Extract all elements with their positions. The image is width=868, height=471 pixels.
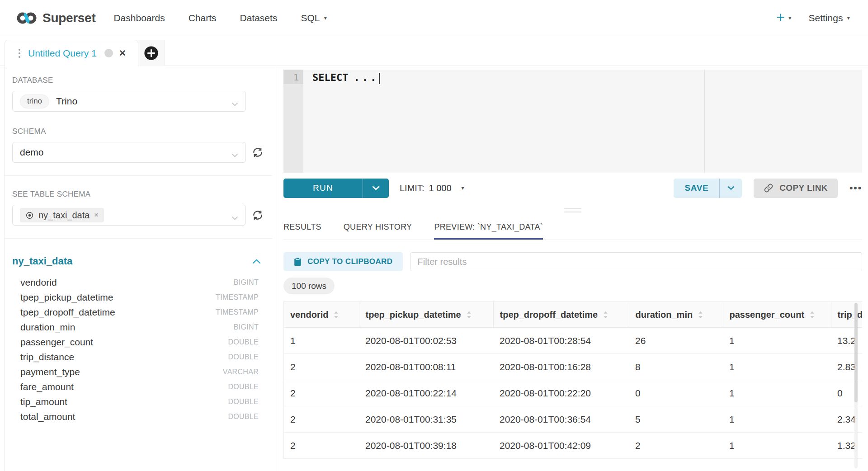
col-header-passenger-count[interactable]: passenger_count: [723, 302, 831, 328]
save-options-button[interactable]: [719, 179, 742, 198]
database-select[interactable]: trino Trino: [12, 91, 246, 112]
copy-link-label: COPY LINK: [779, 183, 828, 193]
toolbar-right: SAVE COPY LINK •••: [674, 179, 862, 198]
query-tab-label: Untitled Query 1: [28, 48, 97, 59]
cell: 2020-08-01T00:22:20: [493, 380, 629, 406]
tab-preview-ny-taxi-data[interactable]: PREVIEW: `NY_TAXI_DATA`: [434, 222, 543, 240]
query-tab-active[interactable]: Untitled Query 1 ✕: [5, 40, 138, 66]
chevron-down-icon: [727, 186, 735, 190]
col-header-tpep-pickup-datetime[interactable]: tpep_pickup_datetime: [359, 302, 493, 328]
divider: [5, 238, 272, 239]
column-name: trip_distance: [20, 352, 74, 363]
run-button[interactable]: RUN: [283, 179, 389, 198]
cell: 1: [723, 380, 831, 406]
refresh-schemas-icon[interactable]: [252, 146, 264, 158]
more-actions-button[interactable]: •••: [849, 183, 862, 193]
tab-query-history[interactable]: QUERY HISTORY: [344, 222, 412, 240]
table-panel-title[interactable]: ny_taxi_data: [12, 255, 72, 267]
chevron-down-icon: [231, 214, 238, 222]
scrollbar-thumb[interactable]: [854, 303, 858, 402]
column-type: TIMESTAMP: [216, 293, 259, 301]
table-row: 2 2020-08-01T00:22:14 2020-08-01T00:22:2…: [284, 380, 862, 406]
nav-sql[interactable]: SQL ▾: [301, 13, 327, 24]
nav-sql-label: SQL: [301, 13, 320, 24]
column-name: fare_amount: [20, 382, 74, 392]
cell: 8: [629, 354, 723, 380]
column-type: VARCHAR: [223, 368, 259, 376]
copy-to-clipboard-label: COPY TO CLIPBOARD: [307, 257, 392, 266]
selected-table-tag: ny_taxi_data ×: [20, 208, 104, 222]
brand[interactable]: Superset: [16, 11, 95, 25]
caret-down-icon: ▾: [462, 185, 464, 191]
sort-icon[interactable]: [603, 311, 608, 319]
cell: 2020-08-01T00:02:53: [359, 328, 493, 354]
caret-down-icon: ▾: [847, 15, 850, 21]
refresh-tables-icon[interactable]: [252, 209, 264, 221]
results-tab-bar: RESULTS QUERY HISTORY PREVIEW: `NY_TAXI_…: [283, 203, 862, 240]
column-name: payment_type: [20, 367, 80, 377]
sort-icon[interactable]: [467, 311, 472, 319]
close-tab-icon[interactable]: ✕: [119, 48, 126, 58]
sql-editor[interactable]: 1 SELECT...: [283, 70, 862, 173]
col-header-duration-min[interactable]: duration_min: [629, 302, 723, 328]
column-type: TIMESTAMP: [216, 308, 259, 316]
pane-resize-handle[interactable]: [564, 208, 581, 212]
col-header-label: tpep_dropoff_datetime: [500, 310, 598, 320]
results-actions-row: COPY TO CLIPBOARD: [283, 252, 862, 271]
cell: 26: [629, 328, 723, 354]
run-label[interactable]: RUN: [283, 179, 363, 198]
sort-icon[interactable]: [334, 311, 339, 319]
tab-results[interactable]: RESULTS: [283, 222, 321, 240]
run-options-button[interactable]: [363, 179, 389, 198]
cell: 2020-08-01T00:36:54: [493, 406, 629, 433]
column-row: vendorid BIGINT: [12, 275, 264, 290]
column-name: tip_amount: [20, 396, 67, 407]
col-header-label: vendorid: [290, 310, 328, 320]
column-row: trip_distance DOUBLE: [12, 349, 264, 364]
line-number: 1: [283, 70, 303, 84]
column-type: DOUBLE: [228, 353, 259, 361]
column-type: DOUBLE: [228, 413, 259, 421]
remove-table-icon[interactable]: ×: [94, 211, 98, 219]
print-margin-line: [704, 70, 705, 173]
column-type: DOUBLE: [228, 398, 259, 406]
limit-dropdown[interactable]: LIMIT: 1 000 ▾: [400, 183, 464, 193]
navbar-right: + ▾ Settings ▾: [776, 11, 850, 24]
column-row: tpep_pickup_datetime TIMESTAMP: [12, 290, 264, 305]
sort-icon[interactable]: [698, 311, 703, 319]
eye-icon[interactable]: [25, 211, 34, 220]
cell: 1: [284, 328, 359, 354]
add-query-tab-button[interactable]: [138, 40, 165, 66]
drag-handle-icon[interactable]: [19, 49, 20, 58]
editor-gutter: 1: [283, 70, 303, 173]
nav-dashboards[interactable]: Dashboards: [113, 13, 165, 24]
column-name: passenger_count: [20, 337, 93, 348]
settings-menu-button[interactable]: Settings ▾: [809, 13, 850, 24]
save-button[interactable]: SAVE: [674, 179, 742, 198]
selected-table-name: ny_taxi_data: [38, 210, 90, 221]
copy-to-clipboard-button[interactable]: COPY TO CLIPBOARD: [283, 252, 403, 271]
col-header-vendorid[interactable]: vendorid: [284, 302, 359, 328]
sort-icon[interactable]: [810, 311, 815, 319]
table-row: 1 2020-08-01T00:02:53 2020-08-01T00:28:5…: [284, 328, 862, 354]
nav-datasets[interactable]: Datasets: [240, 13, 278, 24]
col-header-tpep-dropoff-datetime[interactable]: tpep_dropoff_datetime: [493, 302, 629, 328]
cell: 2: [284, 380, 359, 406]
cell: 2: [284, 433, 359, 459]
schema-select[interactable]: demo: [12, 142, 246, 163]
col-header-label: duration_min: [636, 310, 693, 320]
chevron-up-icon[interactable]: [252, 259, 261, 264]
table-select[interactable]: ny_taxi_data ×: [12, 205, 246, 226]
save-label[interactable]: SAVE: [674, 179, 719, 198]
new-item-menu-button[interactable]: + ▾: [776, 11, 791, 24]
table-row: 2 2020-08-01T00:31:35 2020-08-01T00:36:5…: [284, 406, 862, 433]
caret-down-icon: ▾: [324, 15, 327, 21]
cell: 2020-08-01T00:08:11: [359, 354, 493, 380]
query-tab-strip: Untitled Query 1 ✕: [0, 36, 868, 66]
col-header-label: trip_d: [838, 310, 863, 320]
filter-results-input[interactable]: [410, 252, 862, 271]
editor-code-area[interactable]: SELECT...: [303, 70, 862, 173]
sql-text: ...: [354, 72, 378, 83]
copy-link-button[interactable]: COPY LINK: [754, 179, 838, 198]
nav-charts[interactable]: Charts: [189, 13, 217, 24]
